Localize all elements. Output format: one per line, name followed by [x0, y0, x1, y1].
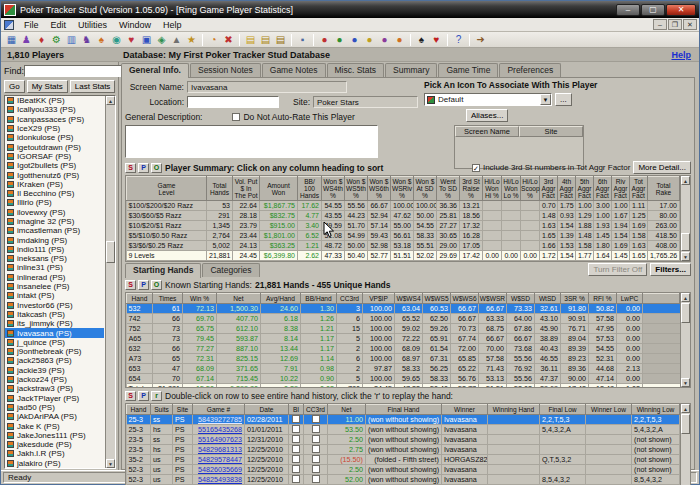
- player-list-item[interactable]: Icanpassaces (PS): [5, 115, 104, 124]
- player-list-item[interactable]: indio111 (PS): [5, 245, 104, 254]
- aliases-button[interactable]: Aliases...: [466, 109, 508, 122]
- player-list-item[interactable]: ineksans (PS): [5, 254, 104, 263]
- mdi-close-button[interactable]: ✕: [683, 19, 697, 30]
- player-list-item[interactable]: Igot2bullets (PS): [5, 161, 104, 170]
- table-row[interactable]: 25-3hsPS5516543526801/01/201153.50(won w…: [127, 425, 680, 435]
- row-checkbox[interactable]: [292, 425, 300, 433]
- table-row[interactable]: A736572.31825.1512.691.146100.0068.9767.…: [127, 354, 680, 364]
- column-header[interactable]: Total Hands: [207, 177, 233, 201]
- player-list-item[interactable]: Ivavasana (PS): [5, 328, 104, 337]
- gem-icon[interactable]: ◈: [154, 33, 169, 47]
- player-list-item[interactable]: Jake K (PS): [5, 421, 104, 430]
- player-list-item[interactable]: Icallyou333 (PS): [5, 105, 104, 114]
- column-header[interactable]: Hi/Lo Won Lo %: [502, 177, 521, 201]
- table-row[interactable]: Totals21,88115.506,399.800.290.0378024.4…: [127, 384, 680, 389]
- player-list-item[interactable]: j_quince (PS): [5, 338, 104, 347]
- save-icon[interactable]: ▪: [295, 33, 310, 47]
- game-number-link[interactable]: 54825493838: [193, 475, 245, 485]
- player-list-item[interactable]: Jamaikafan (PS): [5, 468, 104, 469]
- include-3rd-st-checkbox[interactable]: [472, 164, 480, 172]
- scroll-down-icon[interactable]: ▼: [681, 378, 690, 387]
- player-list-item[interactable]: Investor66 (PS): [5, 301, 104, 310]
- heart-stats-icon[interactable]: ♥: [124, 33, 139, 47]
- chip-red-icon[interactable]: ●: [317, 33, 332, 47]
- chart-icon[interactable]: ▥: [64, 33, 79, 47]
- tab-starting-hands[interactable]: Starting Hands: [125, 263, 201, 278]
- player-list-item[interactable]: igetoutdrawn (PS): [5, 142, 104, 151]
- column-header[interactable]: LwPC: [617, 294, 643, 304]
- player-list-item[interactable]: idonkulose (PS): [5, 133, 104, 142]
- column-header[interactable]: Site: [173, 405, 193, 415]
- row-checkbox[interactable]: [312, 445, 320, 453]
- column-header[interactable]: Winner Low: [586, 405, 632, 415]
- player-list-item[interactable]: jad50 (PS): [5, 403, 104, 412]
- player-list-item[interactable]: jackie39 (PS): [5, 366, 104, 375]
- column-header[interactable]: VP$IP: [363, 294, 395, 304]
- table-row[interactable]: $30/$60/$5 Razz29128.18$832.754.7743.554…: [127, 211, 680, 221]
- player-list-item[interactable]: imcastleman (PS): [5, 226, 104, 235]
- mini-button-s[interactable]: S: [125, 163, 136, 173]
- column-header[interactable]: WtSD: [535, 294, 561, 304]
- scroll-thumb[interactable]: [681, 233, 690, 251]
- table-row[interactable]: 7426669.70407.706.181.266100.0065.5262.5…: [127, 314, 680, 324]
- player-list-item[interactable]: jackoz24 (PS): [5, 375, 104, 384]
- menu-utilities[interactable]: Utilities: [72, 19, 113, 31]
- player-list-item[interactable]: Illirio (PS): [5, 198, 104, 207]
- last-stats-button[interactable]: Last Stats: [70, 80, 116, 93]
- table-row[interactable]: $3/$6/$0.25 Razz5,00224.13$363.251.2148.…: [127, 241, 680, 251]
- table-row[interactable]: $100/$200/$20 Razz5322.64$1,867.7517.625…: [127, 201, 680, 211]
- auto-rate-checkbox[interactable]: [232, 113, 240, 121]
- mini-button-s[interactable]: S: [125, 280, 136, 290]
- chip-green-icon[interactable]: ●: [332, 33, 347, 47]
- game-number-link[interactable]: 54826035669: [193, 465, 245, 475]
- sort-icon[interactable]: ▲: [169, 33, 184, 47]
- player-list-item[interactable]: imdaking (PS): [5, 235, 104, 244]
- player-list[interactable]: IBeatKK (PS)Icallyou333 (PS)Icanpassaces…: [4, 95, 116, 469]
- column-header[interactable]: BI: [289, 405, 304, 415]
- mdi-minimize-button[interactable]: –: [653, 19, 667, 30]
- player-list-scrollbar[interactable]: ▲ ▼: [105, 96, 115, 468]
- player-list-item[interactable]: j9onthebreak (PS): [5, 347, 104, 356]
- mini-button-o[interactable]: O: [151, 163, 162, 173]
- session-clock-icon[interactable]: ◔: [206, 33, 221, 47]
- player-list-item[interactable]: IBeatKK (PS): [5, 96, 104, 105]
- game-number-link[interactable]: 55164907623: [193, 435, 245, 445]
- player-list-item[interactable]: Igotthenutz6 (PS): [5, 170, 104, 179]
- table-row[interactable]: 23-5ssPS5516490762312/31/20102.50(won wi…: [127, 435, 680, 445]
- menu-window[interactable]: Window: [113, 19, 157, 31]
- filters-button[interactable]: Filters...: [650, 263, 691, 276]
- close-button[interactable]: ✕: [666, 4, 696, 16]
- column-header[interactable]: Riv Aggr Fact: [612, 177, 630, 201]
- mini-button-p[interactable]: P: [138, 163, 149, 173]
- column-header[interactable]: W$WS5: [423, 294, 451, 304]
- chip-blue-icon[interactable]: ●: [347, 33, 362, 47]
- tab-game-notes[interactable]: Game Notes: [262, 63, 326, 77]
- column-header[interactable]: Winning Hand: [488, 405, 540, 415]
- player-list-item[interactable]: IceX29 (PS): [5, 124, 104, 133]
- spade-icon[interactable]: ♠: [414, 33, 429, 47]
- player-list-item[interactable]: jakesdude (PS): [5, 440, 104, 449]
- tab-preferences[interactable]: Preferences: [499, 63, 561, 77]
- player-list-item[interactable]: IGORSAF (PS): [5, 152, 104, 161]
- player-list-item[interactable]: intakt (PS): [5, 291, 104, 300]
- column-header[interactable]: 3rd Aggr Fact: [540, 177, 558, 201]
- chip-purple-icon[interactable]: ●: [377, 33, 392, 47]
- row-checkbox[interactable]: [292, 415, 300, 423]
- mdi-restore-button[interactable]: ❐: [668, 19, 682, 30]
- scroll-up-icon[interactable]: ▲: [681, 176, 690, 185]
- icon-select[interactable]: Default ▼: [424, 93, 552, 106]
- my-stats-button[interactable]: My Stats: [27, 80, 68, 93]
- player-list-item[interactable]: its_jimmyk (PS): [5, 319, 104, 328]
- column-header[interactable]: Hand: [127, 294, 153, 304]
- folder-icon[interactable]: ▤: [273, 33, 288, 47]
- heart-icon[interactable]: ♥: [429, 33, 444, 47]
- column-header[interactable]: Vol. Put $ In The Pot: [233, 177, 260, 201]
- column-header[interactable]: 6th Aggr Fact: [594, 177, 612, 201]
- column-header[interactable]: Game Level: [127, 177, 207, 201]
- scroll-thumb[interactable]: [681, 303, 690, 323]
- menu-help[interactable]: Help: [157, 19, 188, 31]
- game-number-link[interactable]: 54829578447: [193, 455, 245, 465]
- player-list-item[interactable]: jack25863 (PS): [5, 356, 104, 365]
- column-header[interactable]: Went To SD %: [437, 177, 460, 201]
- maximize-button[interactable]: ▢: [641, 4, 665, 16]
